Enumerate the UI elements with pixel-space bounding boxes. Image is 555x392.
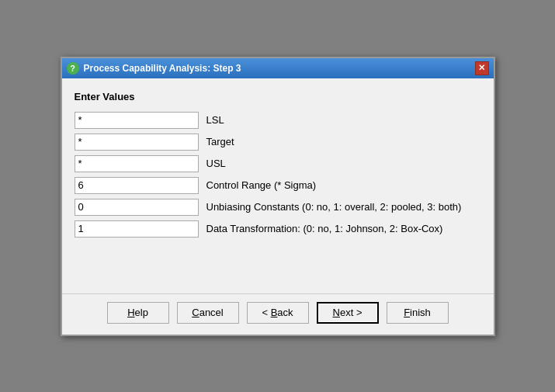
next-button[interactable]: Next > bbox=[317, 302, 379, 324]
back-button[interactable]: < Back bbox=[247, 302, 309, 324]
form-row-usl: USL bbox=[75, 155, 481, 172]
lsl-label: LSL bbox=[206, 114, 224, 126]
dialog-icon: ? bbox=[67, 62, 79, 75]
form-area: LSL Target USL Control Range (* Sigma) U… bbox=[75, 112, 481, 238]
cancel-underline: C bbox=[192, 307, 199, 318]
usl-label: USL bbox=[206, 158, 226, 169]
form-row-unbiasing: Unbiasing Constants (0: no, 1: overall, … bbox=[75, 199, 481, 216]
help-underline: H bbox=[127, 307, 134, 318]
data-transform-label: Data Transformation: (0: no, 1: Johnson,… bbox=[206, 223, 443, 234]
unbiasing-input[interactable] bbox=[75, 199, 199, 216]
control-range-label: Control Range (* Sigma) bbox=[206, 179, 317, 191]
unbiasing-label: Unbiasing Constants (0: no, 1: overall, … bbox=[206, 201, 462, 213]
finish-button[interactable]: Finish bbox=[387, 302, 449, 324]
next-underline: N bbox=[333, 307, 340, 318]
usl-input[interactable] bbox=[75, 155, 199, 172]
back-underline: B bbox=[271, 307, 278, 318]
title-bar-left: ? Process Capability Analysis: Step 3 bbox=[67, 62, 241, 75]
dialog-title: Process Capability Analysis: Step 3 bbox=[84, 63, 241, 74]
button-bar: Help Cancel < Back Next > Finish bbox=[62, 293, 494, 335]
form-row-target: Target bbox=[75, 134, 481, 151]
dialog-window: ? Process Capability Analysis: Step 3 ✕ … bbox=[61, 57, 495, 336]
form-row-control-range: Control Range (* Sigma) bbox=[75, 177, 481, 194]
dialog-body: Enter Values LSL Target USL Control Rang… bbox=[62, 78, 494, 293]
target-input[interactable] bbox=[75, 134, 199, 151]
help-button[interactable]: Help bbox=[107, 302, 169, 324]
data-transform-input[interactable] bbox=[75, 220, 199, 238]
finish-underline: F bbox=[404, 307, 410, 318]
section-label: Enter Values bbox=[75, 91, 481, 102]
target-label: Target bbox=[206, 136, 234, 147]
title-bar: ? Process Capability Analysis: Step 3 ✕ bbox=[62, 58, 494, 78]
form-row-lsl: LSL bbox=[75, 112, 481, 129]
close-button[interactable]: ✕ bbox=[475, 61, 489, 75]
cancel-button[interactable]: Cancel bbox=[177, 302, 239, 324]
control-range-input[interactable] bbox=[75, 177, 199, 194]
form-row-data-transform: Data Transformation: (0: no, 1: Johnson,… bbox=[75, 220, 481, 238]
lsl-input[interactable] bbox=[75, 112, 199, 129]
spacer bbox=[75, 250, 481, 281]
